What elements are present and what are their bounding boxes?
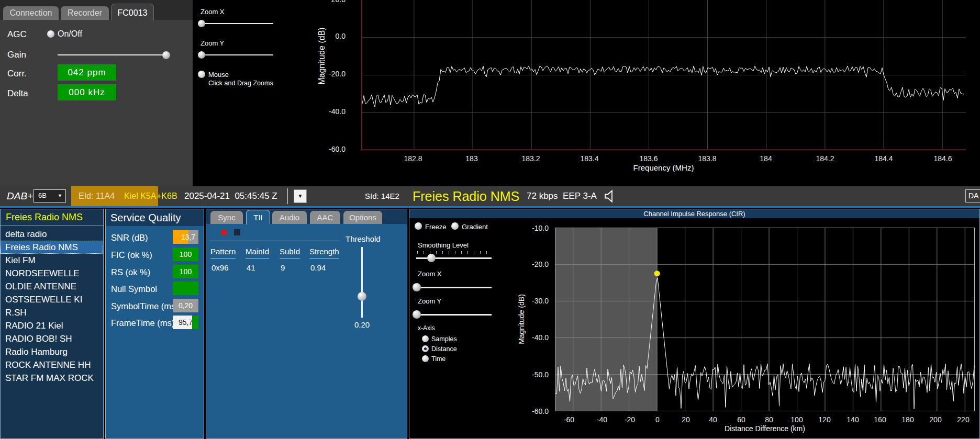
spectrum-zoom-x-track[interactable] [198,23,273,24]
cir-zoom-y-label: Zoom Y [418,297,441,305]
spectrum-xtick: 184 [750,154,782,163]
cir-xtick: -40 [592,415,612,424]
spectrum-ytick: 0.0 [319,32,346,40]
spectrum-ytick: -60.0 [319,145,346,153]
agc-label: AGC [7,29,27,40]
x-axis-samples-radio[interactable] [422,335,429,342]
cir-title: Channel Impulse Response (CIR) [409,209,979,218]
cir-plot[interactable] [555,228,975,411]
snr-badge: 13,7 [173,230,198,244]
threshold-slider-handle[interactable] [358,292,366,301]
spectrum-xtick: 183.2 [515,154,547,163]
tab-options[interactable]: Options [343,211,382,224]
stop-indicator-icon[interactable] [234,229,240,235]
tab-connection[interactable]: Connection [3,6,59,20]
divider [0,206,980,208]
cir-xtick: 100 [786,415,807,424]
spectrum-ylabel: Magnitude (dB) [317,17,327,95]
spectrum-zoom-y-handle[interactable] [198,51,205,59]
cir-xtick: 200 [925,415,946,424]
cir-ytick: -10.0 [522,224,549,232]
list-item[interactable]: STAR FM MAX ROCK [1,372,103,385]
list-item[interactable]: R.SH [1,306,103,319]
freeze-radio[interactable] [415,222,422,230]
cir-xlabel: Distance Difference (km) [555,424,975,433]
list-item[interactable]: OLDIE ANTENNE [1,280,103,293]
spectrum-ytick: 20.0 [319,0,346,4]
spectrum-zoom-y-track[interactable] [198,54,273,55]
spectrum-mouse-label: Mouse [208,71,229,78]
list-item[interactable]: Radio Hamburg [1,345,103,358]
list-item[interactable]: OSTSEEWELLE KI [1,293,103,306]
tab-sync[interactable]: Sync [210,211,243,224]
channel-dropdown[interactable]: 6B ▼ [34,189,66,202]
tii-tab-strip: Sync TII Audio AAC Options [206,209,407,224]
chevron-down-icon: ▼ [58,193,62,198]
divider [287,188,288,204]
frametime-badge: 95,7 [173,316,198,329]
record-indicator-icon[interactable] [221,230,227,235]
list-item-selected[interactable]: Freies Radio NMS [1,241,103,254]
service-quality-panel: Service Quality SNR (dB) 13,7 FIC (ok %)… [105,209,204,439]
tab-aac[interactable]: AAC [310,211,340,224]
list-item[interactable]: NORDSEEWELLE [1,267,103,280]
spectrum-xtick: 183 [456,154,487,163]
x-axis-distance-radio[interactable] [422,345,429,352]
list-item[interactable]: RADIO BOB! SH [1,332,103,345]
gradient-radio[interactable] [451,222,459,230]
gain-slider-track[interactable] [58,54,170,55]
mode-label: DAB+ [7,186,33,206]
speaker-icon[interactable] [603,189,618,203]
fic-badge: 100 [173,247,198,261]
cir-zoom-x-track[interactable] [416,287,492,288]
eid-label: EId: 11A4 [79,186,115,206]
service-quality-title: Service Quality [106,209,204,226]
gain-slider-handle[interactable] [162,51,170,59]
tab-fc0013[interactable]: FC0013 [111,4,154,20]
tii-panel: Sync TII Audio AAC Options Pattern MainI… [206,209,407,439]
spectrum-zoom-x-label: Zoom X [201,8,225,16]
delta-value: 000 kHz [58,84,116,100]
spectrum-xtick: 184.2 [809,154,841,163]
cir-ytick: -60.0 [522,407,549,415]
tab-tii[interactable]: TII [246,210,270,224]
spectrum-mouse-radio[interactable] [198,71,205,78]
sq-row-label: RS (ok %) [111,267,150,277]
spectrum-xtick: 183.6 [633,154,664,163]
cir-xtick: 60 [731,415,752,424]
spectrum-xtick: 184.4 [868,154,899,163]
x-axis-time-radio[interactable] [422,355,429,362]
list-item[interactable]: RADIO 21 Kiel [1,319,103,332]
rf-spectrum-plot[interactable] [361,0,966,150]
tii-cell-mainid: 41 [247,263,255,272]
cir-xtick: 160 [870,415,890,424]
tii-cell-pattern: 0x96 [211,263,229,272]
threshold-value: 0.20 [354,320,370,329]
agc-option-label: On/Off [58,29,82,39]
cir-zoom-x-handle[interactable] [413,283,421,291]
dab-player-window: Connection Recorder FC0013 AGC On/Off Ga… [0,0,980,439]
tab-recorder[interactable]: Recorder [61,6,109,20]
dab-logo-badge: DA [965,189,980,202]
tii-col-header: Pattern [210,247,236,258]
sq-row-label: FrameTime (ms) [111,318,174,328]
tuner-panel: Connection Recorder FC0013 AGC On/Off Ga… [0,0,193,186]
sq-row-label: FIC (ok %) [111,250,152,260]
list-item[interactable]: ROCK ANTENNE HH [1,358,103,372]
cir-zoom-y-handle[interactable] [413,310,421,319]
threshold-slider-track[interactable] [361,247,363,318]
x-axis-samples-label: Samples [431,335,457,343]
tab-audio[interactable]: Audio [272,211,307,224]
agc-radio[interactable] [47,30,54,38]
sq-row-label: SymbolTime (ms) [111,301,179,311]
corr-value: 042 ppm [58,64,116,81]
spectrum-mouse-hint: Click and Drag Zooms [208,80,273,87]
service-dropdown-button[interactable]: ▼ [294,189,307,203]
spectrum-zoom-x-handle[interactable] [198,20,205,27]
list-item[interactable]: Kiel FM [1,254,103,267]
tii-cell-subid: 9 [281,263,285,272]
cir-zoom-y-track[interactable] [416,314,492,316]
x-axis-time-label: Time [431,355,446,363]
list-item[interactable]: delta radio [1,228,103,241]
smoothing-slider-handle[interactable] [427,254,436,262]
